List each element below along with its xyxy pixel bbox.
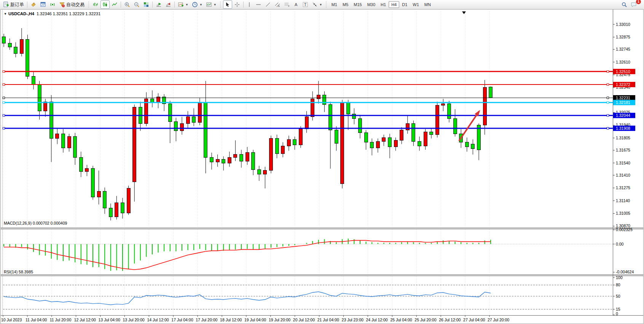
time-tick-label: 18 Jul 12:00 bbox=[220, 318, 242, 322]
price-badge-label: 1.32181 bbox=[616, 100, 630, 105]
indicators-dropdown-icon[interactable]: ▼ bbox=[185, 3, 188, 6]
candle-bullish bbox=[198, 103, 201, 123]
toolbar-grip[interactable] bbox=[220, 2, 222, 8]
signals-button[interactable] bbox=[48, 0, 57, 9]
arrows-dropdown-icon[interactable]: ▼ bbox=[319, 3, 322, 6]
candle-bullish bbox=[406, 123, 409, 130]
timeframe-m1-button[interactable]: M1 bbox=[329, 1, 340, 8]
crosshair-tool-button[interactable] bbox=[233, 0, 242, 9]
line-handle[interactable] bbox=[607, 84, 609, 86]
rsi-tick-label: 15 bbox=[616, 307, 620, 311]
candle-bullish bbox=[317, 95, 320, 99]
indicators-button[interactable]: ▼ bbox=[176, 0, 190, 9]
line-handle[interactable] bbox=[3, 115, 5, 117]
timeframe-h4-button[interactable]: H4 bbox=[389, 1, 399, 8]
macd-tick-label: -0.004624 bbox=[616, 270, 634, 274]
price-tick-label: 1.31005 bbox=[616, 211, 630, 215]
toolbar-grip[interactable] bbox=[88, 2, 89, 8]
timeframe-m5-button[interactable]: M5 bbox=[340, 1, 351, 8]
chart-canvas[interactable]: 1.330101.328751.327451.326101.324751.323… bbox=[0, 9, 644, 324]
zoom-in-button[interactable] bbox=[123, 0, 132, 9]
paint-bucket-icon bbox=[30, 2, 37, 8]
candle-bullish bbox=[311, 99, 314, 117]
channel-tool-button[interactable]: E bbox=[273, 0, 282, 9]
line-handle[interactable] bbox=[3, 70, 5, 72]
time-tick-label: 19 Jul 20:00 bbox=[269, 318, 290, 322]
toolbar-grip[interactable] bbox=[325, 2, 327, 8]
price-badge-label: 1.32231 bbox=[616, 96, 630, 100]
candle-bullish bbox=[424, 132, 427, 146]
text-tool-button[interactable]: A bbox=[292, 0, 300, 9]
candle-bearish bbox=[79, 157, 83, 171]
horizontal-line-tool-button[interactable] bbox=[254, 0, 263, 9]
notifications-button[interactable]: 1 bbox=[629, 0, 639, 9]
timeframe-h1-button[interactable]: H1 bbox=[378, 1, 389, 8]
time-tick-label: 20 Jul 12:00 bbox=[293, 318, 315, 322]
candle-bearish bbox=[335, 130, 338, 143]
candle-bearish bbox=[26, 40, 29, 77]
templates-dropdown-icon[interactable]: ▼ bbox=[214, 3, 217, 6]
line-handle[interactable] bbox=[607, 97, 609, 99]
timeframe-m15-button[interactable]: M15 bbox=[351, 1, 364, 8]
styler-button[interactable] bbox=[29, 0, 38, 9]
line-handle[interactable] bbox=[3, 97, 5, 99]
candle-bullish bbox=[287, 139, 290, 146]
chart-window[interactable]: 1.330101.328751.327451.326101.324751.323… bbox=[0, 9, 644, 324]
time-tick-label: 11 Jul 20:00 bbox=[50, 318, 72, 322]
time-tick-label: 13 Jul 20:00 bbox=[123, 318, 145, 322]
rsi-tick-label: 0 bbox=[616, 311, 618, 316]
timeframe-d1-button[interactable]: D1 bbox=[399, 1, 410, 8]
fibonacci-tool-button[interactable]: F bbox=[282, 0, 292, 9]
candle-bullish bbox=[56, 134, 59, 138]
line-handle[interactable] bbox=[607, 102, 609, 104]
line-handle[interactable] bbox=[607, 70, 609, 72]
mt4-terminal: { "toolbar": { "new_order_label": "新订单",… bbox=[0, 0, 644, 324]
price-tick-label: 1.32610 bbox=[616, 60, 630, 64]
candle-chart-mode-button[interactable] bbox=[100, 0, 110, 9]
toolbar-separator bbox=[27, 2, 27, 8]
periods-button[interactable]: ▼ bbox=[190, 0, 204, 9]
templates-button[interactable]: ▼ bbox=[204, 0, 218, 9]
price-tick-label: 1.31410 bbox=[616, 173, 630, 177]
crosshair-icon bbox=[234, 2, 240, 8]
candle-bullish bbox=[180, 123, 184, 131]
candle-bearish bbox=[489, 87, 493, 97]
line-handle[interactable] bbox=[3, 127, 5, 129]
autotrading-button[interactable]: 自动交易 bbox=[57, 0, 86, 9]
timeframe-w1-button[interactable]: W1 bbox=[410, 1, 422, 8]
timeframe-mn-button[interactable]: MN bbox=[422, 1, 434, 8]
line-handle[interactable] bbox=[607, 115, 609, 117]
text-label-tool-button[interactable]: T bbox=[301, 0, 310, 9]
new-order-button[interactable]: 新订单 bbox=[2, 0, 26, 9]
candle-bearish bbox=[174, 121, 178, 131]
vertical-line-tool-button[interactable] bbox=[245, 0, 253, 9]
candle-bearish bbox=[430, 132, 433, 134]
chart-shift-button[interactable] bbox=[164, 0, 173, 9]
timeframe-bar: M1M5M15M30H1H4D1W1MN bbox=[329, 1, 434, 8]
candle-bullish bbox=[376, 141, 379, 148]
candlestick-chart-icon bbox=[102, 2, 108, 8]
candle-bearish bbox=[453, 119, 457, 134]
templates-icon bbox=[206, 2, 212, 8]
candle-bearish bbox=[32, 76, 35, 85]
candle-bullish bbox=[341, 103, 344, 184]
macd-tick-label: 0.00 bbox=[616, 242, 624, 246]
line-handle[interactable] bbox=[3, 84, 5, 86]
line-chart-mode-button[interactable] bbox=[110, 0, 119, 9]
line-handle[interactable] bbox=[3, 102, 5, 104]
line-handle[interactable] bbox=[607, 127, 609, 129]
chart-window-button[interactable] bbox=[38, 0, 48, 9]
search-button[interactable] bbox=[620, 0, 629, 9]
timeframe-m30-button[interactable]: M30 bbox=[365, 1, 378, 8]
svg-text:F: F bbox=[288, 5, 290, 7]
tile-windows-button[interactable] bbox=[142, 0, 151, 9]
trendline-tool-button[interactable] bbox=[263, 0, 273, 9]
zoom-out-button[interactable] bbox=[132, 0, 141, 9]
bar-chart-mode-button[interactable] bbox=[91, 0, 100, 9]
periods-dropdown-icon[interactable]: ▼ bbox=[199, 3, 202, 6]
cursor-tool-button[interactable] bbox=[223, 0, 232, 9]
candle-bullish bbox=[115, 203, 118, 217]
arrows-tool-button[interactable]: ▼ bbox=[310, 0, 324, 9]
autotrading-label: 自动交易 bbox=[66, 2, 84, 8]
auto-scroll-button[interactable] bbox=[154, 0, 163, 9]
